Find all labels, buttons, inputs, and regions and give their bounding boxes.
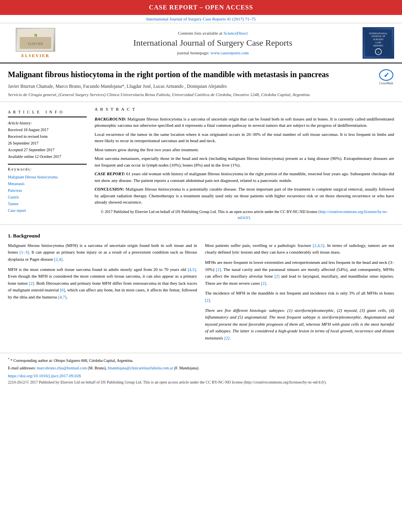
abstract-title: A B S T R A C T [95, 106, 394, 113]
svg-text:REPORTS: REPORTS [373, 44, 383, 47]
body-para-r2: MFHs are more frequent in lower extremit… [205, 259, 394, 287]
keyword-2: Metastasis [8, 180, 87, 187]
svg-text:INTERNATIONAL: INTERNATIONAL [369, 32, 388, 35]
keyword-5: Tumor [8, 200, 87, 207]
abstract-case-report: CASE REPORT: 61 years old woman with his… [95, 171, 394, 184]
section1-title: 1. Background [8, 233, 394, 239]
available-date: Available online 12 October 2017 [8, 154, 61, 159]
elsevier-image: 🌿 ELSEVIER [16, 28, 55, 52]
email1-name: (M. Bruno), [88, 366, 107, 370]
conclusion-text: Malignant fibrous histiocytoma is a pote… [95, 187, 394, 204]
crossmark-icon: ✓ [379, 69, 393, 81]
keyword-4: Gastric [8, 194, 87, 200]
ref-2[interactable]: [2] [29, 281, 34, 285]
svg-text:JOURNAL OF: JOURNAL OF [371, 35, 385, 37]
crossmark-label: CrossMark [379, 82, 393, 85]
body-right-col: Most patients suffer pain, swelling or a… [205, 242, 394, 345]
section1-body: Malignant fibrous histiocytoma (MFH) is … [8, 242, 394, 345]
case-report-label: CASE REPORT: [95, 171, 125, 176]
article-title-section: Malignant fibrous histiocytoma in the ri… [0, 63, 402, 102]
background-label: BACKGROUND: [95, 117, 126, 121]
ref-2-4[interactable]: [2,4] [54, 257, 62, 261]
svg-text:🌿: 🌿 [34, 33, 37, 37]
divider-keywords [8, 164, 87, 165]
abstract-background: BACKGROUND: Malignant fibrous histiocyto… [95, 116, 394, 129]
body-left-col: Malignant fibrous histiocytoma (MFH) is … [8, 242, 197, 345]
svg-text:+: + [378, 50, 380, 54]
journal-header-center: Contents lists available at ScienceDirec… [63, 31, 363, 55]
footnote-email: E-mail addresses: marcobruno.chia@hotmai… [8, 365, 394, 371]
ref-r-2d[interactable]: [2] [205, 298, 210, 302]
ref-r-2-4-5[interactable]: [2,4,5] [313, 243, 324, 248]
keywords-header: Keywords: [8, 167, 87, 171]
abstract-para2: Local recurrence of the tumor in the sam… [95, 131, 394, 144]
doi-link[interactable]: https://doi.org/10.1016/j.ijscr.2017.09.… [8, 373, 394, 378]
homepage-link[interactable]: www.casereports.com [210, 50, 249, 55]
journal-title: International Journal of Surgery Case Re… [71, 38, 355, 48]
article-info-col: A R T I C L E I N F O Article history: R… [8, 106, 87, 221]
history-label: Article history: [8, 121, 32, 125]
journal-info-bar: International Journal of Surgery Case Re… [0, 15, 402, 23]
body-para-1: Malignant fibrous histiocytoma (MFH) is … [8, 242, 197, 263]
svg-text:CASE: CASE [376, 41, 382, 44]
background-text: Malignant fibrous histiocytoma is a sarc… [95, 117, 394, 128]
copyright-line: © 2017 Published by Elsevier Ltd on beha… [95, 209, 394, 221]
abstract-conclusion: CONCLUSION: Malignant fibrous histiocyto… [95, 186, 394, 206]
keywords-list: Malignant fibrous histiocytoma Metastasi… [8, 174, 87, 214]
journal-header: 🌿 ELSEVIER ELSEVIER Contents lists avail… [0, 23, 402, 63]
ref-1-3[interactable]: [1–3] [20, 250, 29, 254]
body-para-r1: Most patients suffer pain, swelling or a… [205, 242, 394, 256]
article-info-header: A R T I C L E I N F O [8, 110, 87, 114]
article-info-abstract: A R T I C L E I N F O Article history: R… [0, 102, 402, 225]
footnote-corresponding: * * Corresponding author at: Obispo Salg… [8, 357, 394, 363]
ref-r-2a[interactable]: [2] [216, 267, 221, 272]
abstract-para4: Most sarcoma metastases, especially thos… [95, 155, 394, 168]
received-revised-label: Received in revised form [8, 134, 48, 139]
email1-link[interactable]: marcobruno.chia@hotmail.com [37, 366, 87, 370]
contents-available-text: Contents lists available at ScienceDirec… [71, 31, 355, 35]
body-para-r4: There are five different histologic subt… [205, 307, 394, 342]
journal-right-logo: INTERNATIONAL JOURNAL OF SURGERY CASE RE… [363, 27, 394, 59]
footer-section: * * Corresponding author at: Obispo Salg… [0, 353, 402, 389]
email2-name: (F. Mandojana). [174, 366, 199, 370]
ref-4-7[interactable]: [4,7] [58, 295, 67, 299]
body-para-2: MFH is the most common soft tissue sarco… [8, 266, 197, 301]
svg-text:ELSEVIER: ELSEVIER [28, 42, 43, 46]
abstract-section: A B S T R A C T BACKGROUND: Malignant fi… [95, 106, 394, 221]
accepted-date: Accepted 27 September 2017 [8, 148, 54, 152]
article-title-text: Malignant fibrous histiocytoma in the ri… [8, 69, 374, 98]
conclusion-label: CONCLUSION: [95, 187, 124, 191]
keyword-3: Pancreas [8, 187, 87, 194]
elsevier-text: ELSEVIER [21, 53, 50, 58]
received-revised-date: 26 September 2017 [8, 141, 39, 145]
svg-text:SURGERY: SURGERY [373, 38, 384, 41]
copyright-text: © 2017 Published by Elsevier Ltd on beha… [101, 209, 318, 214]
authors: Javier Biurrun Chamale, Marco Bruno, Fac… [8, 83, 374, 89]
keyword-6: Case report [8, 207, 87, 214]
affiliation: Servicio de Cirugía general, (General Su… [8, 92, 374, 98]
divider-article-info [8, 117, 87, 117]
body-section: 1. Background Malignant fibrous histiocy… [0, 225, 402, 349]
journal-logo-left: 🌿 ELSEVIER ELSEVIER [8, 28, 63, 58]
ref-4-5[interactable]: [4,5] [188, 267, 196, 272]
license-text: 2210-2612/© 2017 Published by Elsevier L… [8, 380, 394, 385]
abstract-para3: Most tumors grow during the first two ye… [95, 146, 394, 153]
received-date: Received 18 August 2017 [8, 128, 48, 132]
email-label: E-mail addresses: [8, 366, 36, 370]
body-para-r3: The incidence of MFH in the mandible is … [205, 290, 394, 304]
case-report-text: 61 years old woman with history of malig… [95, 171, 394, 183]
ref-r-2b[interactable]: [2] [274, 274, 279, 278]
sciencedirect-link[interactable]: ScienceDirect [223, 31, 248, 35]
email2-link[interactable]: fmandojana@clinicareinayfabiola.com.ar [108, 366, 173, 370]
crossmark-logo[interactable]: ✓ CrossMark [378, 69, 394, 85]
ref-6[interactable]: [6] [60, 287, 65, 292]
keyword-1: Malignant fibrous histiocytoma [8, 174, 87, 180]
top-banner: CASE REPORT – OPEN ACCESS [0, 0, 402, 15]
ref-r-2e[interactable]: [2] [224, 336, 230, 340]
journal-homepage: journal homepage: www.casereports.com [71, 50, 355, 55]
article-main-title: Malignant fibrous histiocytoma in the ri… [8, 69, 374, 80]
article-history: Article history: Received 18 August 2017… [8, 120, 87, 160]
ref-r-2c[interactable]: [2] [261, 281, 266, 285]
